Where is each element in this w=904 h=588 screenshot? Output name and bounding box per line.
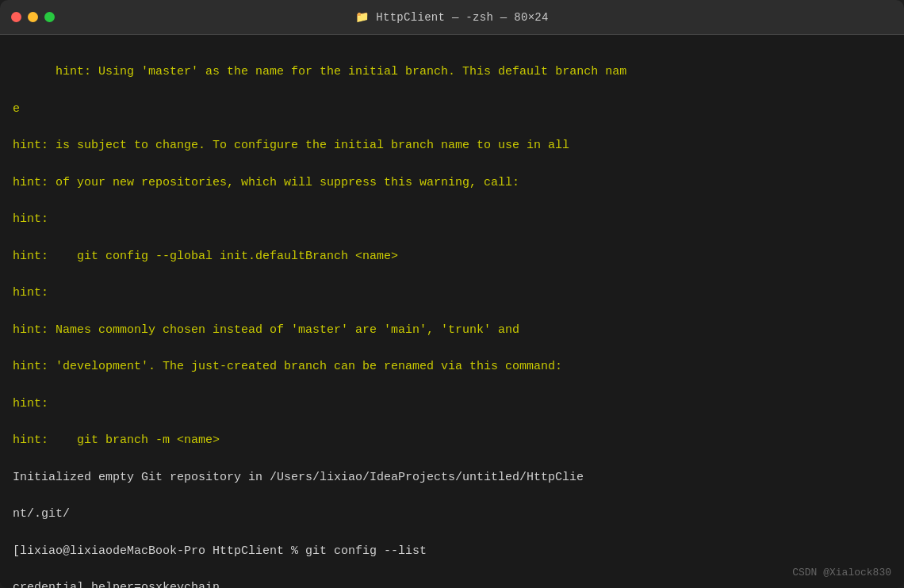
hint-label-8: hint: xyxy=(13,360,48,373)
folder-icon: 📁 xyxy=(355,11,376,24)
minimize-button[interactable] xyxy=(28,12,38,22)
terminal-content[interactable]: hint: Using 'master' as the name for the… xyxy=(0,35,904,588)
terminal-output: hint: Using 'master' as the name for the… xyxy=(13,44,891,588)
watermark: CSDN @Xialock830 xyxy=(792,567,891,578)
close-button[interactable] xyxy=(11,12,21,22)
titlebar: 📁 HttpClient — -zsh — 80×24 xyxy=(0,0,904,35)
hint-text-5: git config --global init.defaultBranch <… xyxy=(48,250,398,263)
hint-label-10: hint: xyxy=(13,433,48,447)
hint-text-10: git branch -m <name> xyxy=(48,433,220,447)
config-1: credential.helper=osxkeychain xyxy=(13,581,220,588)
window-controls xyxy=(11,12,55,22)
hint-text-1: Using 'master' as the name for the initi… xyxy=(91,65,626,78)
hint-text-8: 'development'. The just-created branch c… xyxy=(48,360,562,373)
hint-label-6: hint: xyxy=(13,286,48,300)
maximize-button[interactable] xyxy=(44,12,55,22)
hint-label-9: hint: xyxy=(13,397,48,410)
hint-text-7: Names commonly chosen instead of 'master… xyxy=(48,323,519,337)
title-text: 📁 HttpClient — -zsh — 80×24 xyxy=(355,10,549,24)
init-line1: Initialized empty Git repository in /Use… xyxy=(13,471,584,484)
hint-text-1b: e xyxy=(13,102,20,116)
hint-label-3: hint: xyxy=(13,176,48,189)
hint-label-7: hint: xyxy=(13,323,48,337)
hint-label-2: hint: xyxy=(13,139,48,152)
hint-text-3: of your new repositories, which will sup… xyxy=(48,176,519,189)
hint-text-2: is subject to change. To configure the i… xyxy=(48,139,569,152)
terminal-window: 📁 HttpClient — -zsh — 80×24 hint: Using … xyxy=(0,0,904,588)
hint-label-4: hint: xyxy=(13,212,48,226)
hint-label-5: hint: xyxy=(13,250,48,263)
init-line2: nt/.git/ xyxy=(13,507,70,521)
prompt-line: [lixiao@lixiaodeMacBook-Pro HttpClient %… xyxy=(13,544,427,558)
hint-label-1: hint: xyxy=(56,65,91,78)
